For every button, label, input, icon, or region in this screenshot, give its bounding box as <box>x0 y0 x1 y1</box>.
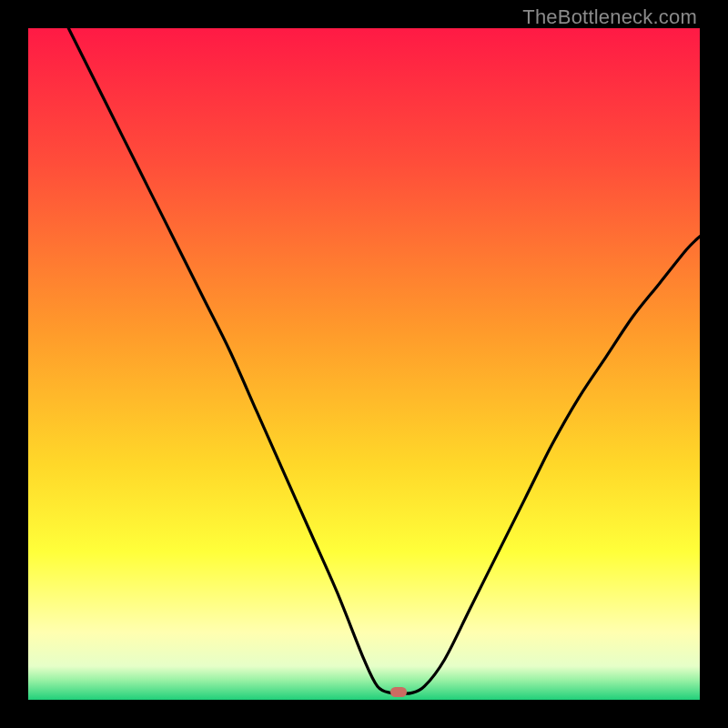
chart-container: TheBottleneck.com <box>0 0 728 728</box>
watermark-text: TheBottleneck.com <box>522 5 697 29</box>
bottleneck-curve <box>28 28 700 700</box>
optimal-marker <box>390 687 407 697</box>
